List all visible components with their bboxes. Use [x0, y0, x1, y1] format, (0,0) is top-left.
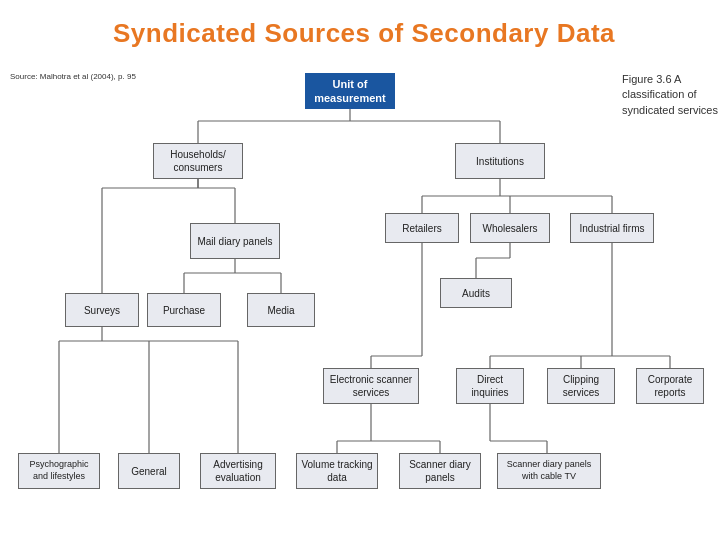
node-institutions: Institutions: [455, 143, 545, 179]
node-industrial: Industrial firms: [570, 213, 654, 243]
page-title: Syndicated Sources of Secondary Data: [0, 0, 728, 55]
node-corporate: Corporate reports: [636, 368, 704, 404]
node-mail-diary: Mail diary panels: [190, 223, 280, 259]
node-clipping: Clipping services: [547, 368, 615, 404]
node-media: Media: [247, 293, 315, 327]
node-scanner-diary-tv: Scanner diary panels with cable TV: [497, 453, 601, 489]
node-root: Unit of measurement: [305, 73, 395, 109]
node-audits: Audits: [440, 278, 512, 308]
diagram: Unit of measurement Households/ consumer…: [0, 58, 728, 546]
node-surveys: Surveys: [65, 293, 139, 327]
node-volume-tracking: Volume tracking data: [296, 453, 378, 489]
node-electronic-scanner: Electronic scanner services: [323, 368, 419, 404]
node-advertising: Advertising evaluation: [200, 453, 276, 489]
node-purchase: Purchase: [147, 293, 221, 327]
node-wholesalers: Wholesalers: [470, 213, 550, 243]
node-direct-inquiries: Direct inquiries: [456, 368, 524, 404]
node-households: Households/ consumers: [153, 143, 243, 179]
node-scanner-diary-panels: Scanner diary panels: [399, 453, 481, 489]
node-general: General: [118, 453, 180, 489]
node-psychographic: Psychographic and lifestyles: [18, 453, 100, 489]
node-retailers: Retailers: [385, 213, 459, 243]
